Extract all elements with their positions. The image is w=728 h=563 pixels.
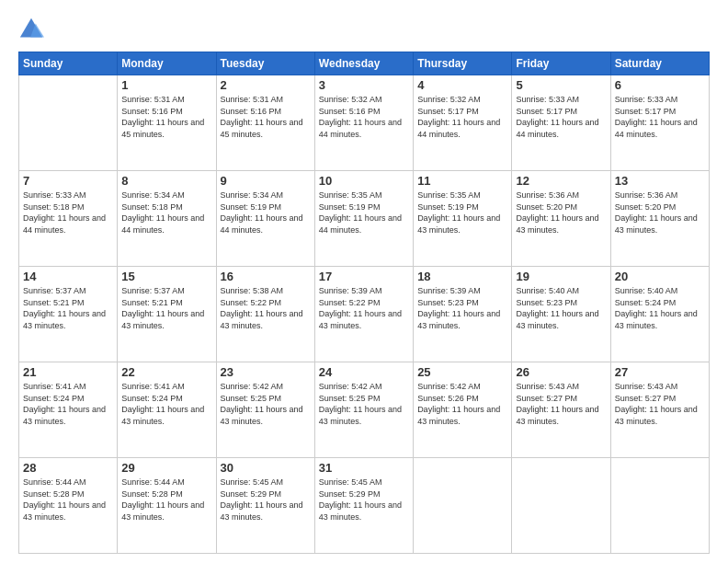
cell-day-number: 3	[319, 78, 409, 92]
calendar-cell: 11Sunrise: 5:35 AM Sunset: 5:19 PM Dayli…	[414, 171, 512, 267]
cell-info: Sunrise: 5:34 AM Sunset: 5:18 PM Dayligh…	[121, 190, 211, 236]
cell-day-number: 5	[516, 78, 606, 92]
cell-day-number: 12	[516, 174, 606, 188]
cell-info: Sunrise: 5:36 AM Sunset: 5:20 PM Dayligh…	[516, 190, 606, 236]
calendar-cell	[610, 458, 709, 554]
calendar-cell: 24Sunrise: 5:42 AM Sunset: 5:25 PM Dayli…	[314, 362, 413, 458]
cell-day-number: 9	[221, 174, 311, 188]
calendar-cell: 4Sunrise: 5:32 AM Sunset: 5:17 PM Daylig…	[414, 75, 512, 171]
cell-info: Sunrise: 5:36 AM Sunset: 5:20 PM Dayligh…	[615, 190, 705, 236]
cell-day-number: 4	[417, 78, 507, 92]
cell-day-number: 13	[615, 174, 705, 188]
cell-info: Sunrise: 5:31 AM Sunset: 5:16 PM Dayligh…	[121, 94, 211, 140]
cell-day-number: 23	[221, 365, 311, 379]
cell-day-number: 1	[121, 78, 211, 92]
cell-info: Sunrise: 5:35 AM Sunset: 5:19 PM Dayligh…	[319, 190, 409, 236]
calendar-table: SundayMondayTuesdayWednesdayThursdayFrid…	[18, 52, 710, 554]
calendar-cell: 31Sunrise: 5:45 AM Sunset: 5:29 PM Dayli…	[314, 458, 413, 554]
cell-info: Sunrise: 5:37 AM Sunset: 5:21 PM Dayligh…	[23, 285, 113, 331]
calendar-cell: 3Sunrise: 5:32 AM Sunset: 5:16 PM Daylig…	[314, 75, 413, 171]
cell-info: Sunrise: 5:42 AM Sunset: 5:26 PM Dayligh…	[417, 381, 507, 427]
cell-info: Sunrise: 5:39 AM Sunset: 5:23 PM Dayligh…	[417, 285, 507, 331]
calendar-cell: 19Sunrise: 5:40 AM Sunset: 5:23 PM Dayli…	[512, 267, 610, 362]
cell-day-number: 16	[221, 270, 311, 283]
calendar-cell: 9Sunrise: 5:34 AM Sunset: 5:19 PM Daylig…	[216, 171, 314, 267]
cell-day-number: 11	[417, 174, 507, 188]
cell-day-number: 27	[615, 365, 705, 379]
cell-day-number: 17	[319, 270, 409, 283]
cell-day-number: 25	[417, 365, 507, 379]
cell-day-number: 26	[516, 365, 606, 379]
cell-day-number: 29	[121, 461, 211, 475]
cell-day-number: 21	[23, 365, 113, 379]
calendar-cell: 21Sunrise: 5:41 AM Sunset: 5:24 PM Dayli…	[19, 362, 118, 458]
cell-day-number: 7	[23, 174, 113, 188]
cell-info: Sunrise: 5:40 AM Sunset: 5:24 PM Dayligh…	[615, 285, 705, 331]
calendar-cell	[414, 458, 512, 554]
cell-day-number: 22	[121, 365, 211, 379]
cell-day-number: 30	[221, 461, 311, 475]
calendar-cell: 25Sunrise: 5:42 AM Sunset: 5:26 PM Dayli…	[414, 362, 512, 458]
calendar-cell: 2Sunrise: 5:31 AM Sunset: 5:16 PM Daylig…	[216, 75, 314, 171]
calendar-cell	[512, 458, 610, 554]
calendar-cell: 23Sunrise: 5:42 AM Sunset: 5:25 PM Dayli…	[216, 362, 314, 458]
calendar-day-header: Friday	[512, 52, 610, 75]
cell-day-number: 28	[23, 461, 113, 475]
logo-icon	[18, 17, 44, 42]
calendar-day-header: Tuesday	[216, 52, 314, 75]
cell-info: Sunrise: 5:45 AM Sunset: 5:29 PM Dayligh…	[319, 477, 409, 523]
calendar-cell: 1Sunrise: 5:31 AM Sunset: 5:16 PM Daylig…	[118, 75, 216, 171]
cell-info: Sunrise: 5:41 AM Sunset: 5:24 PM Dayligh…	[23, 381, 113, 427]
cell-info: Sunrise: 5:31 AM Sunset: 5:16 PM Dayligh…	[221, 94, 311, 140]
calendar-cell: 18Sunrise: 5:39 AM Sunset: 5:23 PM Dayli…	[414, 267, 512, 362]
calendar-cell: 27Sunrise: 5:43 AM Sunset: 5:27 PM Dayli…	[610, 362, 709, 458]
cell-day-number: 6	[615, 78, 705, 92]
cell-info: Sunrise: 5:33 AM Sunset: 5:18 PM Dayligh…	[23, 190, 113, 236]
cell-day-number: 18	[417, 270, 507, 283]
calendar-week-row: 1Sunrise: 5:31 AM Sunset: 5:16 PM Daylig…	[19, 75, 710, 171]
calendar-cell: 16Sunrise: 5:38 AM Sunset: 5:22 PM Dayli…	[216, 267, 314, 362]
header	[18, 17, 710, 42]
cell-info: Sunrise: 5:32 AM Sunset: 5:16 PM Dayligh…	[319, 94, 409, 140]
calendar-cell: 14Sunrise: 5:37 AM Sunset: 5:21 PM Dayli…	[19, 267, 118, 362]
calendar-cell	[19, 75, 118, 171]
calendar-day-header: Monday	[118, 52, 216, 75]
cell-info: Sunrise: 5:37 AM Sunset: 5:21 PM Dayligh…	[121, 285, 211, 331]
cell-info: Sunrise: 5:43 AM Sunset: 5:27 PM Dayligh…	[516, 381, 606, 427]
cell-info: Sunrise: 5:43 AM Sunset: 5:27 PM Dayligh…	[615, 381, 705, 427]
calendar-cell: 12Sunrise: 5:36 AM Sunset: 5:20 PM Dayli…	[512, 171, 610, 267]
calendar-cell: 26Sunrise: 5:43 AM Sunset: 5:27 PM Dayli…	[512, 362, 610, 458]
cell-info: Sunrise: 5:39 AM Sunset: 5:22 PM Dayligh…	[319, 285, 409, 331]
cell-info: Sunrise: 5:32 AM Sunset: 5:17 PM Dayligh…	[417, 94, 507, 140]
calendar-week-row: 28Sunrise: 5:44 AM Sunset: 5:28 PM Dayli…	[19, 458, 710, 554]
cell-info: Sunrise: 5:34 AM Sunset: 5:19 PM Dayligh…	[221, 190, 311, 236]
calendar-cell: 5Sunrise: 5:33 AM Sunset: 5:17 PM Daylig…	[512, 75, 610, 171]
cell-info: Sunrise: 5:40 AM Sunset: 5:23 PM Dayligh…	[516, 285, 606, 331]
cell-info: Sunrise: 5:38 AM Sunset: 5:22 PM Dayligh…	[221, 285, 311, 331]
calendar-day-header: Wednesday	[314, 52, 413, 75]
calendar-cell: 30Sunrise: 5:45 AM Sunset: 5:29 PM Dayli…	[216, 458, 314, 554]
calendar-week-row: 14Sunrise: 5:37 AM Sunset: 5:21 PM Dayli…	[19, 267, 710, 362]
calendar-cell: 28Sunrise: 5:44 AM Sunset: 5:28 PM Dayli…	[19, 458, 118, 554]
calendar-day-header: Saturday	[610, 52, 709, 75]
cell-day-number: 10	[319, 174, 409, 188]
calendar-cell: 7Sunrise: 5:33 AM Sunset: 5:18 PM Daylig…	[19, 171, 118, 267]
calendar-cell: 13Sunrise: 5:36 AM Sunset: 5:20 PM Dayli…	[610, 171, 709, 267]
calendar-cell: 10Sunrise: 5:35 AM Sunset: 5:19 PM Dayli…	[314, 171, 413, 267]
cell-info: Sunrise: 5:42 AM Sunset: 5:25 PM Dayligh…	[221, 381, 311, 427]
calendar-cell: 6Sunrise: 5:33 AM Sunset: 5:17 PM Daylig…	[610, 75, 709, 171]
cell-day-number: 24	[319, 365, 409, 379]
calendar-day-header: Sunday	[19, 52, 118, 75]
calendar-day-header: Thursday	[414, 52, 512, 75]
cell-info: Sunrise: 5:44 AM Sunset: 5:28 PM Dayligh…	[23, 477, 113, 523]
calendar-week-row: 21Sunrise: 5:41 AM Sunset: 5:24 PM Dayli…	[19, 362, 710, 458]
cell-info: Sunrise: 5:44 AM Sunset: 5:28 PM Dayligh…	[121, 477, 211, 523]
cell-info: Sunrise: 5:35 AM Sunset: 5:19 PM Dayligh…	[417, 190, 507, 236]
calendar-cell: 17Sunrise: 5:39 AM Sunset: 5:22 PM Dayli…	[314, 267, 413, 362]
cell-info: Sunrise: 5:33 AM Sunset: 5:17 PM Dayligh…	[516, 94, 606, 140]
cell-day-number: 8	[121, 174, 211, 188]
cell-info: Sunrise: 5:45 AM Sunset: 5:29 PM Dayligh…	[221, 477, 311, 523]
cell-day-number: 15	[121, 270, 211, 283]
calendar-cell: 29Sunrise: 5:44 AM Sunset: 5:28 PM Dayli…	[118, 458, 216, 554]
calendar-week-row: 7Sunrise: 5:33 AM Sunset: 5:18 PM Daylig…	[19, 171, 710, 267]
